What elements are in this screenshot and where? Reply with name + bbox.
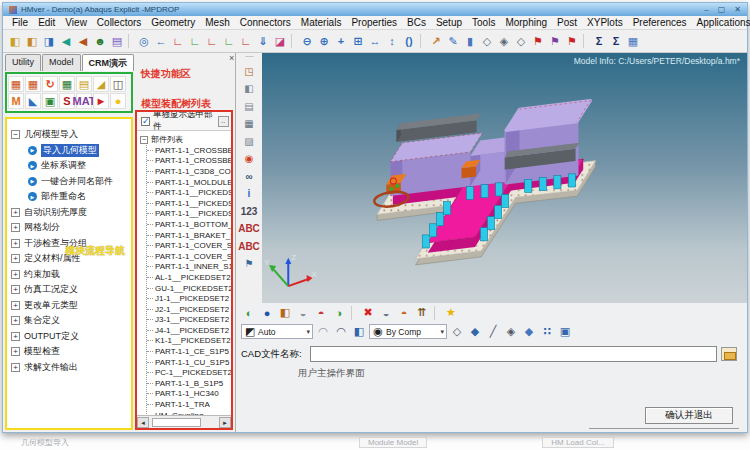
show-selected-checkbox[interactable]: ✓: [141, 117, 150, 126]
tree-expander-icon[interactable]: +: [11, 316, 20, 325]
display-toolbar-icon[interactable]: ◳: [241, 64, 257, 79]
auto-dropdown[interactable]: ◩ Auto ▾: [241, 324, 313, 339]
tree-item[interactable]: + ▶ 求解文件输出: [11, 360, 131, 376]
toolbar-icon[interactable]: [291, 34, 296, 48]
parts-root-expander-icon[interactable]: −: [140, 136, 148, 144]
menu-item[interactable]: Properties: [346, 17, 402, 28]
part-list-item[interactable]: PART-1-1_B_S1P5: [147, 378, 231, 389]
part-list-item[interactable]: PART-1-1_CU_S1P5: [147, 357, 231, 368]
display-toolbar-icon[interactable]: 123: [241, 204, 257, 219]
quick-function-icon[interactable]: ▦: [8, 76, 24, 92]
tab[interactable]: Utility: [5, 54, 41, 71]
toolbar-icon[interactable]: ◪: [272, 33, 288, 49]
part-list-item[interactable]: PART-1-1_MOLDULE_BO: [147, 177, 231, 188]
display-toolbar-icon[interactable]: ◧: [241, 81, 257, 96]
display-toolbar-icon[interactable]: ▤: [241, 99, 257, 114]
quick-function-icon[interactable]: ▦: [59, 76, 75, 92]
quick-function-icon[interactable]: ▤: [76, 76, 92, 92]
toolbar-icon[interactable]: ☻: [92, 33, 108, 49]
display-toolbar-icon[interactable]: ⚑: [241, 256, 257, 271]
menu-item[interactable]: XYPlots: [582, 17, 628, 28]
toolbar-icon[interactable]: ⇓: [255, 33, 271, 49]
toolbar-icon[interactable]: [420, 34, 425, 48]
render-style-icon[interactable]: ◆: [467, 324, 483, 340]
toolbar-icon[interactable]: [583, 34, 588, 48]
part-list-item[interactable]: PART-1-1_TRA: [147, 399, 231, 410]
tree-item[interactable]: − ▶ 几何模型导入: [11, 127, 131, 143]
display-mode-icon[interactable]: ◧: [351, 324, 367, 340]
part-list-item[interactable]: PART-1-1_CROSSBEAM_S: [147, 156, 231, 167]
toolbar-icon[interactable]: ▤: [109, 33, 125, 49]
toolbar-icon[interactable]: ▮: [462, 33, 478, 49]
tree-expander-icon[interactable]: +: [11, 332, 20, 341]
visibility-toolbar-icon[interactable]: ◐: [241, 305, 257, 321]
visibility-toolbar-icon[interactable]: ✖: [360, 305, 376, 321]
tree-item[interactable]: + ▶ 网格划分: [11, 220, 131, 236]
visibility-toolbar-icon[interactable]: ◑: [331, 305, 347, 321]
part-list-item[interactable]: J3-1__PICKEDSET2: [147, 315, 231, 326]
toolbar-icon[interactable]: ⊖: [299, 33, 315, 49]
part-list-item[interactable]: PC-1__PICKEDSET2: [147, 367, 231, 378]
toolbar-icon[interactable]: ↔: [367, 33, 383, 49]
render-style-icon[interactable]: ╱: [485, 324, 501, 340]
part-list-item[interactable]: PART-1-1_CE_S1P5: [147, 346, 231, 357]
quick-function-icon[interactable]: MAT: [76, 93, 92, 109]
scrollbar-thumb[interactable]: [152, 418, 201, 427]
display-toolbar-icon[interactable]: ▨: [241, 134, 257, 149]
part-list-item[interactable]: K1-1__PICKEDSET2: [147, 336, 231, 347]
toolbar-icon[interactable]: ◇: [479, 33, 495, 49]
more-button[interactable]: ..: [218, 116, 229, 127]
toolbar-icon[interactable]: ↕: [384, 33, 400, 49]
part-list-item[interactable]: PART-1-1__PICKEDSET21: [147, 198, 231, 209]
tree-item[interactable]: ▶ 坐标系调整: [11, 158, 131, 174]
tree-item[interactable]: ▶ 部件重命名: [11, 189, 131, 205]
part-list-item[interactable]: PART-1-1__PICKEDSET22: [147, 209, 231, 220]
toolbar-grip[interactable]: ·····: [245, 54, 253, 61]
bycomp-dropdown[interactable]: ◉ By Comp ▾: [369, 324, 447, 339]
minimize-button[interactable]: –: [704, 5, 708, 14]
tree-expander-icon[interactable]: +: [11, 301, 20, 310]
close-button[interactable]: ✕: [734, 5, 741, 14]
tree-item[interactable]: ▶ 导入几何模型: [11, 143, 131, 159]
menu-item[interactable]: Preferences: [628, 17, 692, 28]
toolbar-icon[interactable]: Σ: [608, 33, 624, 49]
menu-item[interactable]: View: [60, 17, 92, 28]
tree-expander-icon[interactable]: +: [11, 208, 20, 217]
scroll-right-icon[interactable]: ►: [219, 417, 231, 428]
tree-item[interactable]: ▶ 一键合并同名部件: [11, 174, 131, 190]
quick-function-icon[interactable]: ●: [110, 93, 126, 109]
tree-item[interactable]: + ▶ 模型检查: [11, 344, 131, 360]
display-toolbar-icon[interactable]: ◉: [241, 151, 257, 166]
menu-item[interactable]: File: [7, 17, 33, 28]
render-style-icon[interactable]: ◇: [449, 324, 465, 340]
scroll-left-icon[interactable]: ◄: [137, 417, 149, 428]
tree-expander-icon[interactable]: +: [11, 347, 20, 356]
toolbar-icon[interactable]: ∟: [221, 33, 237, 49]
display-toolbar-icon[interactable]: ∞: [241, 169, 257, 184]
toolbar-icon[interactable]: Σ: [591, 33, 607, 49]
display-mode-icon[interactable]: ◠: [315, 324, 331, 340]
menu-item[interactable]: Materials: [296, 17, 347, 28]
toolbar-icon[interactable]: ◨: [41, 33, 57, 49]
part-list-item[interactable]: PART-1-1_BOTTOM_S1P0: [147, 219, 231, 230]
visibility-toolbar-icon[interactable]: ★: [443, 305, 459, 321]
render-style-icon[interactable]: ▣: [557, 324, 573, 340]
display-toolbar-icon[interactable]: ▦: [241, 116, 257, 131]
part-list-item[interactable]: PART-1-1_HC340: [147, 389, 231, 400]
toolbar-icon[interactable]: ∟: [187, 33, 203, 49]
toolbar-icon[interactable]: ↗: [428, 33, 444, 49]
visibility-toolbar-icon[interactable]: ◒: [295, 305, 311, 321]
tree-expander-icon[interactable]: +: [11, 254, 20, 263]
tab[interactable]: Model: [42, 54, 81, 71]
menu-item[interactable]: Post: [552, 17, 582, 28]
toolbar-icon[interactable]: ∟: [204, 33, 220, 49]
toolbar-icon[interactable]: ◈: [496, 33, 512, 49]
tree-expander-icon[interactable]: +: [11, 285, 20, 294]
menu-item[interactable]: Connectors: [235, 17, 296, 28]
part-list-item[interactable]: AL-1__PICKEDSET2: [147, 272, 231, 283]
menu-item[interactable]: Mesh: [200, 17, 234, 28]
tree-item[interactable]: + ▶ OUTPUT定义: [11, 329, 131, 345]
display-toolbar-icon[interactable]: i: [241, 186, 257, 201]
confirm-exit-button[interactable]: 确认并退出: [645, 407, 733, 424]
part-list-item[interactable]: PART-1-1_COVER_S1P5: [147, 251, 231, 262]
